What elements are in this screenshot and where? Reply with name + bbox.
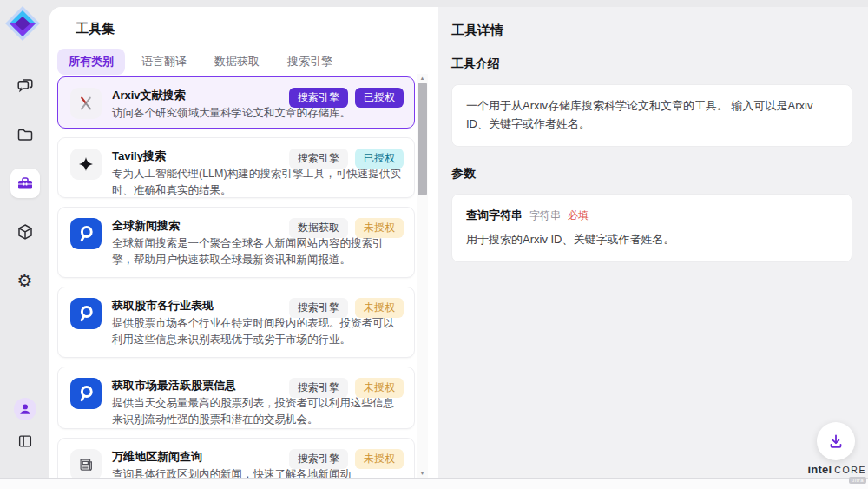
panel-layout-icon <box>16 433 34 450</box>
tab-language-translation[interactable]: 语言翻译 <box>130 49 198 75</box>
q-search-icon <box>70 378 102 409</box>
tool-icon-tile <box>70 218 102 249</box>
intro-heading: 工具介绍 <box>451 56 852 72</box>
category-badge: 搜索引擎 <box>289 88 348 108</box>
tools-list: Arxiv文献搜索 访问各个研究领域大量科学论文和文章的存储库。 搜索引擎 已授… <box>57 76 415 478</box>
intro-card: 一个用于从Arxiv存储库搜索科学论文和文章的工具。 输入可以是Arxiv ID… <box>451 84 852 147</box>
auth-status-badge: 未授权 <box>355 378 404 398</box>
tool-description: 访问各个研究领域大量科学论文和文章的存储库。 <box>112 105 402 122</box>
tool-card-global-news[interactable]: 全球新闻搜索 全球新闻搜索是一个聚合全球各大新闻网站内容的搜索引擎，帮助用户快速… <box>57 207 415 278</box>
window-bottom-edge <box>0 478 868 489</box>
app-logo <box>3 4 42 43</box>
params-heading: 参数 <box>451 166 852 182</box>
tool-icon-tile <box>70 298 102 329</box>
nav-tools-button[interactable] <box>10 169 40 198</box>
nav-settings-button[interactable]: ⚙ <box>10 266 40 295</box>
gem-logo-icon <box>3 4 42 43</box>
parameter-name: 查询字符串 <box>466 207 523 225</box>
ultra-badge: ultra <box>849 477 866 484</box>
collapse-sidebar-button[interactable] <box>13 429 37 453</box>
tool-icon-tile <box>70 449 102 478</box>
auth-status-badge: 未授权 <box>355 449 404 469</box>
category-badge: 数据获取 <box>289 218 348 238</box>
list-scrollbar[interactable]: ▲ ▼ <box>417 74 428 478</box>
auth-status-badge: 已授权 <box>355 149 404 169</box>
nav-models-button[interactable] <box>10 217 40 247</box>
chat-icon <box>16 76 35 96</box>
download-button[interactable] <box>817 422 855 460</box>
category-badge: 搜索引擎 <box>289 149 348 169</box>
arxiv-icon <box>77 95 95 112</box>
folder-icon <box>16 125 35 144</box>
auth-status-badge: 已授权 <box>355 88 404 108</box>
tool-icon-tile <box>70 378 102 409</box>
intel-wordmark: intel <box>808 463 832 476</box>
tool-description: 提供股票市场各个行业在特定时间段内的表现。投资者可以利用这些信息来识别表现优于或… <box>112 315 402 348</box>
left-rail: ⚙ <box>0 0 49 478</box>
parameter-type: 字符串 <box>529 208 561 224</box>
scroll-down-arrow[interactable]: ▼ <box>417 469 428 478</box>
tab-data-acquisition[interactable]: 数据获取 <box>203 49 271 75</box>
auth-status-badge: 未授权 <box>355 218 404 238</box>
q-search-icon <box>70 298 102 329</box>
tool-icon-tile <box>70 88 102 119</box>
auth-status-badge: 未授权 <box>355 298 404 318</box>
scroll-up-arrow[interactable]: ▲ <box>417 74 428 83</box>
category-badge: 搜索引擎 <box>289 298 348 318</box>
nav-files-button[interactable] <box>10 120 40 149</box>
download-icon <box>827 433 845 450</box>
tab-all-categories[interactable]: 所有类别 <box>57 49 125 75</box>
tools-list-panel: 工具集 所有类别 语言翻译 数据获取 搜索引擎 <box>49 7 438 478</box>
tool-description: 提供当天交易量最高的股票列表，投资者可以利用这些信息来识别流动性强的股票和潜在的… <box>112 395 402 428</box>
category-badge: 搜索引擎 <box>289 378 348 398</box>
parameter-description: 用于搜索的Arxiv ID、关键字或作者姓名。 <box>466 231 838 249</box>
page-title: 工具集 <box>76 21 115 37</box>
intel-core-logo: intel CORE ultra <box>802 463 866 484</box>
q-search-icon <box>70 218 102 249</box>
detail-title: 工具详情 <box>451 23 852 39</box>
newspaper-icon <box>77 456 95 473</box>
tool-card-regional-news[interactable]: 万维地区新闻查询 查询具体行政区划内的新闻，快速了解各地新闻动 搜索引擎 未授权 <box>57 438 415 478</box>
app-window: 工具集 所有类别 语言翻译 数据获取 搜索引擎 <box>49 7 868 478</box>
tool-description: 专为人工智能代理(LLM)构建的搜索引擎工具，可快速提供实时、准确和真实的结果。 <box>112 166 402 199</box>
parameter-required-label: 必填 <box>568 208 589 224</box>
category-tabs: 所有类别 语言翻译 数据获取 搜索引擎 <box>57 49 344 75</box>
tab-search-engine[interactable]: 搜索引擎 <box>276 49 344 75</box>
user-avatar[interactable] <box>14 398 36 420</box>
tool-detail-panel: 工具详情 工具介绍 一个用于从Arxiv存储库搜索科学论文和文章的工具。 输入可… <box>438 7 868 478</box>
core-wordmark: CORE <box>834 465 866 475</box>
tool-card-tavily[interactable]: Tavily搜索 专为人工智能代理(LLM)构建的搜索引擎工具，可快速提供实时、… <box>57 137 415 198</box>
sparkle-icon <box>77 155 95 173</box>
intro-text: 一个用于从Arxiv存储库搜索科学论文和文章的工具。 输入可以是Arxiv ID… <box>466 99 812 130</box>
tool-description: 全球新闻搜索是一个聚合全球各大新闻网站内容的搜索引擎，帮助用户快速获取全球最新资… <box>112 235 402 268</box>
toolbox-icon <box>16 174 35 193</box>
person-icon <box>17 401 33 417</box>
scrollbar-thumb[interactable] <box>418 83 427 195</box>
category-badge: 搜索引擎 <box>289 449 348 469</box>
parameter-card: 查询字符串 字符串 必填 用于搜索的Arxiv ID、关键字或作者姓名。 <box>451 194 852 263</box>
tool-card-sector-performance[interactable]: 获取股市各行业表现 提供股票市场各个行业在特定时间段内的表现。投资者可以利用这些… <box>57 287 415 358</box>
nav-chat-button[interactable] <box>10 71 40 101</box>
tool-icon-tile <box>70 149 102 180</box>
tool-card-arxiv[interactable]: Arxiv文献搜索 访问各个研究领域大量科学论文和文章的存储库。 搜索引擎 已授… <box>57 76 415 129</box>
gear-icon: ⚙ <box>17 272 33 289</box>
tool-card-active-stocks[interactable]: 获取市场最活跃股票信息 提供当天交易量最高的股票列表，投资者可以利用这些信息来识… <box>57 367 415 429</box>
cube-icon <box>16 222 35 241</box>
